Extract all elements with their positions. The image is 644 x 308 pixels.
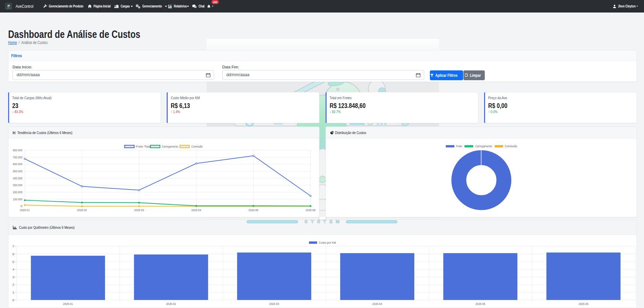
svg-text:Comissão: Comissão bbox=[191, 145, 203, 148]
svg-text:2025-05: 2025-05 bbox=[475, 302, 485, 306]
svg-text:400.000: 400.000 bbox=[13, 176, 22, 180]
svg-text:Frete Total: Frete Total bbox=[136, 145, 151, 148]
svg-text:2025-01: 2025-01 bbox=[20, 208, 30, 212]
svg-text:4: 4 bbox=[12, 267, 14, 271]
svg-text:300.000: 300.000 bbox=[13, 183, 22, 187]
svg-text:0: 0 bbox=[12, 298, 14, 302]
svg-text:0: 0 bbox=[21, 204, 23, 208]
svg-text:800.000: 800.000 bbox=[13, 148, 22, 152]
svg-text:1: 1 bbox=[12, 290, 14, 294]
svg-text:2: 2 bbox=[12, 283, 14, 286]
svg-text:500.000: 500.000 bbox=[13, 169, 22, 173]
svg-text:600.000: 600.000 bbox=[13, 162, 22, 166]
svg-text:2025-04: 2025-04 bbox=[372, 302, 382, 306]
svg-text:Custo por KM: Custo por KM bbox=[319, 241, 336, 244]
svg-text:5: 5 bbox=[12, 260, 14, 264]
svg-text:2025-03: 2025-03 bbox=[269, 302, 279, 306]
svg-text:2025-05: 2025-05 bbox=[249, 208, 258, 212]
svg-text:2025-03: 2025-03 bbox=[134, 208, 144, 212]
svg-text:2025-06: 2025-06 bbox=[306, 208, 315, 212]
svg-text:2025-04: 2025-04 bbox=[191, 208, 201, 212]
svg-text:3: 3 bbox=[12, 275, 14, 279]
svg-text:200.000: 200.000 bbox=[13, 190, 22, 194]
svg-text:Carregamento: Carregamento bbox=[162, 145, 179, 148]
svg-text:2025-06: 2025-06 bbox=[579, 302, 588, 306]
svg-text:2025-01: 2025-01 bbox=[63, 302, 73, 306]
svg-text:Carregamento: Carregamento bbox=[475, 144, 492, 148]
svg-text:700.000: 700.000 bbox=[13, 155, 22, 159]
svg-text:6: 6 bbox=[12, 252, 14, 256]
svg-text:Comissão: Comissão bbox=[505, 144, 517, 148]
svg-text:2025-02: 2025-02 bbox=[77, 208, 87, 212]
svg-text:100.000: 100.000 bbox=[13, 197, 22, 201]
svg-text:7: 7 bbox=[12, 244, 14, 248]
svg-text:2025-02: 2025-02 bbox=[166, 302, 176, 306]
svg-text:Frete: Frete bbox=[456, 144, 462, 148]
